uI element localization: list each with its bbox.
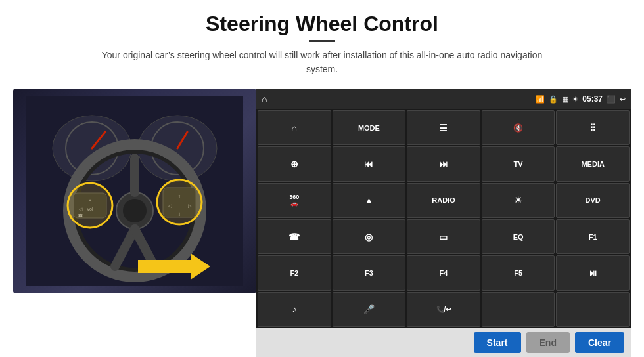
time-display: 05:37 (582, 94, 603, 104)
page-title: Steering Wheel Control (13, 12, 631, 36)
btn-music[interactable]: ♪ (258, 292, 331, 327)
btn-nav[interactable]: ◎ (333, 219, 406, 254)
btn-f5[interactable]: F5 (482, 255, 555, 290)
btn-dvd[interactable]: DVD (556, 183, 630, 218)
back-icon: ↩ (620, 95, 626, 104)
bottom-bar: Start End Clear (256, 328, 631, 357)
btn-home[interactable]: ⌂ (258, 110, 331, 145)
btn-media[interactable]: MEDIA (556, 146, 630, 181)
clear-button[interactable]: Clear (575, 332, 624, 353)
bluetooth-icon: ✴ (572, 95, 578, 104)
status-left: ⌂ (262, 94, 267, 104)
btn-f2[interactable]: F2 (258, 255, 331, 290)
status-bar: ⌂ 📶 🔒 ▦ ✴ 05:37 ⬛ ↩ (256, 89, 631, 109)
btn-r6c5[interactable] (556, 292, 630, 327)
btn-radio[interactable]: RADIO (407, 183, 480, 218)
home-icon: ⌂ (262, 94, 267, 104)
svg-point-10 (123, 199, 147, 222)
btn-brightness[interactable]: ☀ (482, 183, 555, 218)
btn-phone[interactable]: ☎ (258, 219, 331, 254)
btn-360[interactable]: 360🚗 (258, 183, 331, 218)
btn-mic[interactable]: 🎤 (333, 292, 406, 327)
lock-icon: 🔒 (549, 95, 558, 104)
svg-point-25 (157, 180, 202, 224)
btn-screen[interactable]: ▭ (407, 219, 480, 254)
btn-mute[interactable]: 🔇 (482, 110, 555, 145)
btn-f3[interactable]: F3 (333, 255, 406, 290)
end-button[interactable]: End (526, 332, 570, 353)
btn-eject[interactable]: ▲ (333, 183, 406, 218)
content-area: + ◁ vol ☎ ⇧ ◁ ▷ ⇩ (13, 89, 631, 357)
btn-list[interactable]: ☰ (407, 110, 480, 145)
cast-icon: ⬛ (607, 95, 616, 104)
page-container: Steering Wheel Control Your original car… (0, 0, 644, 357)
start-button[interactable]: Start (474, 332, 521, 353)
button-grid: ⌂ MODE ☰ 🔇 ⠿ ⊕ ⏮ ⏭ TV MEDIA 360🚗 ▲ RADIO… (256, 109, 631, 328)
btn-call[interactable]: 📞/↩ (407, 292, 480, 327)
car-image-section: + ◁ vol ☎ ⇧ ◁ ▷ ⇩ (13, 89, 256, 293)
sim-icon: ▦ (562, 95, 568, 104)
svg-point-24 (68, 183, 112, 228)
btn-next[interactable]: ⏭ (407, 146, 480, 181)
title-section: Steering Wheel Control Your original car… (13, 12, 631, 85)
btn-f4[interactable]: F4 (407, 255, 480, 290)
steering-wheel-svg: + ◁ vol ☎ ⇧ ◁ ▷ ⇩ (26, 96, 243, 286)
btn-r6c4[interactable] (482, 292, 555, 327)
btn-f1[interactable]: F1 (556, 219, 630, 254)
head-unit-panel: ⌂ 📶 🔒 ▦ ✴ 05:37 ⬛ ↩ ⌂ MODE ☰ 🔇 (256, 89, 631, 357)
page-subtitle: Your original car’s steering wheel contr… (99, 49, 545, 76)
btn-tv[interactable]: TV (482, 146, 555, 181)
btn-mode[interactable]: MODE (333, 110, 406, 145)
btn-eq[interactable]: EQ (482, 219, 555, 254)
btn-playpause[interactable]: ⏯ (556, 255, 630, 290)
wifi-icon: 📶 (536, 95, 545, 104)
btn-settings[interactable]: ⊕ (258, 146, 331, 181)
btn-apps[interactable]: ⠿ (556, 110, 630, 145)
title-divider (309, 40, 335, 42)
btn-prev[interactable]: ⏮ (333, 146, 406, 181)
car-image: + ◁ vol ☎ ⇧ ◁ ▷ ⇩ (13, 89, 256, 293)
status-right: 📶 🔒 ▦ ✴ 05:37 ⬛ ↩ (536, 94, 626, 104)
